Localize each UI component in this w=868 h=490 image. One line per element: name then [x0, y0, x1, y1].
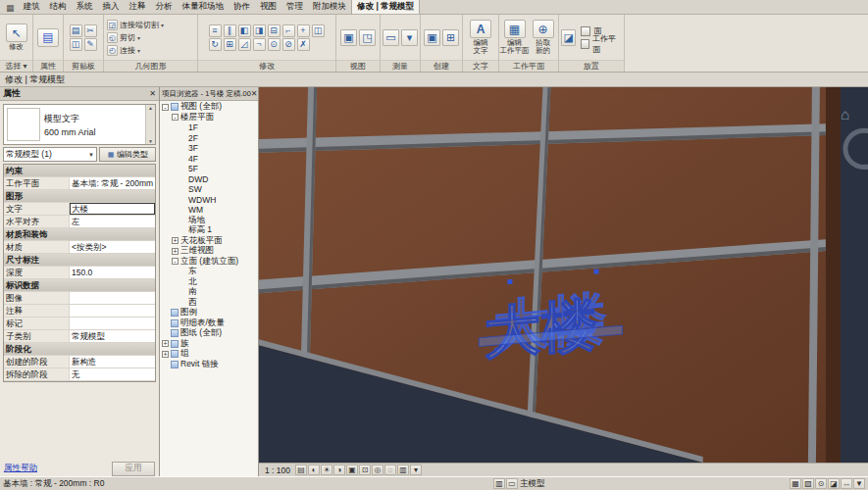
panel-label-workplane[interactable]: 工作平面 [499, 60, 558, 72]
drag-elements-icon[interactable]: ↔ [841, 478, 852, 489]
tree-floor-plan-3f[interactable]: 3F [160, 143, 258, 154]
tree-expander-icon[interactable] [179, 186, 186, 193]
tree-expander-icon[interactable] [162, 310, 169, 317]
tree-sheets[interactable]: 图纸 (全部) [160, 328, 258, 339]
tree-expander-icon[interactable] [179, 155, 186, 162]
mirror-pick-axis-icon[interactable]: ◧ [238, 24, 251, 37]
row-comments[interactable]: 注释 [4, 305, 155, 318]
tree-elevation-south[interactable]: 南 [160, 287, 258, 298]
offset-icon[interactable]: ∥ [224, 24, 236, 37]
pin-icon[interactable]: ⊙ [268, 38, 281, 51]
panel-label-text[interactable]: 文字 [463, 60, 498, 72]
drawing-area[interactable]: ⌂ 大楼 大楼 [259, 87, 868, 463]
delete-icon[interactable]: ✗ [297, 38, 310, 51]
tab-massing-site[interactable]: 体量和场地 [178, 0, 230, 14]
properties-help-link[interactable]: 属性帮助 [4, 463, 37, 474]
filter-icon[interactable]: ▼ [853, 478, 865, 489]
tree-expander-icon[interactable] [162, 319, 169, 326]
panel-label-geometry[interactable]: 几何图形 [104, 60, 197, 72]
tree-expander-icon[interactable] [179, 278, 186, 285]
property-value[interactable]: <按类别> [70, 241, 155, 253]
panel-label-clipboard[interactable]: 剪贴板 [64, 60, 103, 72]
properties-button[interactable]: ▤ [35, 28, 61, 47]
pick-new-host-button[interactable]: ⊕ 拾取 新的 [530, 20, 556, 55]
tree-expander-icon[interactable] [179, 196, 186, 203]
tree-expander-icon[interactable]: + [162, 351, 169, 358]
tree-expander-icon[interactable]: + [172, 248, 179, 255]
edit-work-plane-button[interactable]: ▦ 编辑 工作平面 [501, 20, 528, 55]
row-work-plane[interactable]: 工作平面 基本墙: 常规 - 200mm [4, 177, 155, 190]
group-materials[interactable]: 材质和装饰 [4, 228, 155, 241]
apply-button[interactable]: 应用 [112, 462, 155, 476]
paste-icon[interactable]: ▤ [70, 24, 82, 37]
group-dimensions[interactable]: 尺寸标注 [4, 254, 155, 267]
tree-expander-icon[interactable] [179, 217, 186, 223]
override-graphics-icon[interactable]: ◳ [359, 29, 376, 46]
tree-floor-plan-sw[interactable]: SW [160, 184, 258, 195]
row-mark[interactable]: 标记 [4, 318, 155, 330]
tree-expander-icon[interactable] [179, 269, 186, 275]
tab-systems[interactable]: 系统 [72, 0, 98, 14]
select-by-face-icon[interactable]: ◪ [828, 478, 840, 489]
tree-expander-icon[interactable]: + [172, 237, 179, 244]
view-menu-icon[interactable]: ▾ [410, 465, 422, 475]
worksharing-display-icon[interactable]: ▥ [397, 465, 409, 475]
tree-expander-icon[interactable] [179, 299, 186, 306]
tree-floor-plans[interactable]: - 楼层平面 [160, 113, 258, 123]
panel-label-modify[interactable]: 修改 [198, 60, 335, 72]
selection-grip[interactable] [507, 279, 512, 284]
tree-elevation-west[interactable]: 西 [160, 298, 258, 309]
edit-type-button[interactable]: ▦ 编辑类型 [99, 147, 156, 162]
cut-geometry-button[interactable]: ◵ 剪切 ▾ [107, 31, 140, 44]
home-icon[interactable]: ⌂ [841, 107, 850, 123]
tree-expander-icon[interactable]: - [162, 104, 169, 111]
tree-expander-icon[interactable] [179, 227, 186, 234]
3d-view-canvas[interactable]: ⌂ 大楼 大楼 [259, 87, 868, 463]
split-element-icon[interactable]: ⊟ [268, 24, 281, 37]
property-value[interactable]: 常规模型 [70, 330, 155, 342]
tree-elevation-north[interactable]: 北 [160, 277, 258, 288]
sun-path-icon[interactable]: ☀ [321, 465, 332, 475]
app-menu-icon[interactable]: ▦ [2, 3, 19, 14]
close-icon[interactable]: ✕ [251, 89, 258, 98]
placement-work-plane-option[interactable]: 工作平面 [578, 38, 622, 50]
tree-expander-icon[interactable] [179, 166, 186, 172]
row-phase-created[interactable]: 创建的阶段 新构造 [4, 356, 155, 368]
row-material[interactable]: 材质 <按类别> [4, 241, 155, 254]
measure-dropdown-icon[interactable]: ▾ [401, 29, 418, 46]
row-image[interactable]: 图像 [4, 292, 155, 305]
property-value[interactable]: 150.0 [70, 267, 155, 278]
measure-icon[interactable]: ▭ [383, 29, 399, 46]
design-option-label[interactable]: 主模型 [520, 478, 545, 490]
tab-collaborate[interactable]: 协作 [229, 0, 255, 14]
cut-icon[interactable]: ✂ [84, 24, 97, 37]
move-icon[interactable]: + [297, 24, 310, 37]
detail-level-icon[interactable]: ▤ [295, 465, 307, 475]
select-links-icon[interactable]: ▦ [790, 478, 801, 489]
select-pinned-icon[interactable]: ⊙ [815, 478, 827, 489]
wall-side-face[interactable] [826, 87, 841, 463]
group-identity-data[interactable]: 标识数据 [4, 279, 155, 292]
row-subcategory[interactable]: 子类别 常规模型 [4, 330, 155, 343]
visual-style-icon[interactable]: ◐ [308, 465, 320, 475]
show-crop-region-icon[interactable]: ⊡ [359, 465, 371, 475]
crop-view-icon[interactable]: ▣ [346, 465, 358, 475]
row-phase-demolished[interactable]: 拆除的阶段 无 [4, 368, 155, 381]
tab-analyze[interactable]: 分析 [151, 0, 178, 14]
tree-families[interactable]: + 族 [160, 339, 258, 350]
property-value[interactable]: 基本墙: 常规 - 200mm [70, 177, 155, 189]
property-value[interactable]: 大楼 [70, 203, 155, 215]
modify-tool-button[interactable]: ↖ 修改 [3, 24, 30, 51]
tree-floor-plan-4f[interactable]: 4F [160, 154, 258, 165]
instance-selector[interactable]: 常规模型 (1) ▼ [3, 147, 97, 162]
tree-revit-links[interactable]: Revit 链接 [160, 360, 258, 370]
row-depth[interactable]: 深度 150.0 [4, 267, 155, 279]
property-value[interactable]: 新构造 [70, 356, 155, 368]
trim-extend-corner-icon[interactable]: ⌐ [282, 24, 295, 37]
panel-label-view[interactable]: 视图 [336, 60, 380, 72]
tree-expander-icon[interactable] [179, 145, 186, 152]
create-similar-icon[interactable]: ▣ [424, 29, 440, 46]
unpin-icon[interactable]: ⊘ [282, 38, 295, 51]
join-geometry-button[interactable]: ◴ 连接 ▾ [107, 44, 140, 57]
tab-structure[interactable]: 结构 [45, 0, 72, 14]
